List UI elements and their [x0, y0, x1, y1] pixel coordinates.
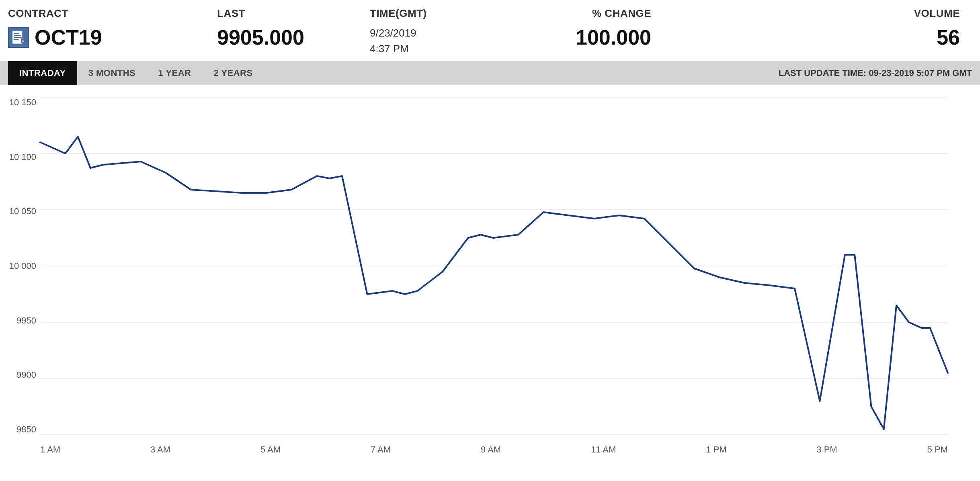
chart-inner: 10 150 10 100 10 050 10 000 9950 9900 98…	[40, 97, 948, 435]
y-axis-labels: 10 150 10 100 10 050 10 000 9950 9900 98…	[4, 97, 36, 435]
contract-column: CONTRACT OCT19	[8, 7, 217, 49]
x-label-9am: 9 AM	[481, 444, 501, 455]
contract-name: OCT19	[35, 25, 102, 49]
change-value: 100.000	[523, 25, 651, 49]
x-label-5pm: 5 PM	[927, 444, 948, 455]
y-label-10150: 10 150	[4, 97, 36, 108]
contract-value: OCT19	[8, 25, 217, 49]
time-column: TIME(GMT) 9/23/2019 4:37 PM	[370, 7, 523, 57]
x-label-3am: 3 AM	[150, 444, 170, 455]
svg-rect-1	[14, 33, 19, 34]
volume-column: VOLUME 56	[651, 7, 972, 49]
tab-bar: INTRADAY 3 MONTHS 1 YEAR 2 YEARS LAST UP…	[0, 61, 980, 85]
x-label-1am: 1 AM	[40, 444, 60, 455]
last-label: LAST	[217, 7, 370, 20]
y-label-10000: 10 000	[4, 261, 36, 271]
x-label-11am: 11 AM	[591, 444, 616, 455]
chart-svg	[40, 97, 948, 435]
tab-2years[interactable]: 2 YEARS	[202, 61, 264, 85]
time-label: TIME(GMT)	[370, 7, 523, 20]
svg-rect-8	[22, 41, 24, 42]
x-axis-labels: 1 AM 3 AM 5 AM 7 AM 9 AM 11 AM 1 PM 3 PM…	[40, 444, 948, 455]
y-label-9950: 9950	[4, 315, 36, 326]
svg-rect-4	[14, 39, 18, 40]
tab-3months[interactable]: 3 MONTHS	[77, 61, 147, 85]
contract-label: CONTRACT	[8, 7, 217, 20]
x-label-1pm: 1 PM	[706, 444, 726, 455]
header-row: CONTRACT OCT19 LAST 9905.000	[0, 0, 980, 61]
last-value: 9905.000	[217, 25, 370, 49]
time-value: 9/23/2019 4:37 PM	[370, 25, 523, 57]
chart-container: 10 150 10 100 10 050 10 000 9950 9900 98…	[0, 85, 980, 467]
x-label-3pm: 3 PM	[816, 444, 837, 455]
volume-value: 56	[651, 25, 960, 49]
change-column: % CHANGE 100.000	[523, 7, 651, 49]
svg-rect-7	[22, 40, 24, 41]
last-column: LAST 9905.000	[217, 7, 370, 49]
y-label-10100: 10 100	[4, 152, 36, 162]
last-update: LAST UPDATE TIME: 09-23-2019 5:07 PM GMT	[779, 68, 972, 78]
svg-rect-6	[22, 39, 24, 39]
volume-label: VOLUME	[651, 7, 960, 20]
tab-intraday[interactable]: INTRADAY	[8, 61, 77, 85]
y-label-9900: 9900	[4, 370, 36, 380]
tab-1year[interactable]: 1 YEAR	[147, 61, 202, 85]
x-label-7am: 7 AM	[371, 444, 391, 455]
tabs: INTRADAY 3 MONTHS 1 YEAR 2 YEARS	[8, 61, 264, 85]
time-date: 9/23/2019	[370, 25, 523, 41]
y-label-9850: 9850	[4, 424, 36, 435]
chart-line	[40, 137, 948, 429]
y-label-10050: 10 050	[4, 206, 36, 217]
x-label-5am: 5 AM	[260, 444, 281, 455]
svg-rect-2	[14, 35, 21, 36]
change-label: % CHANGE	[523, 7, 651, 20]
svg-rect-3	[14, 37, 21, 38]
time-time: 4:37 PM	[370, 41, 523, 57]
contract-icon	[8, 27, 29, 48]
